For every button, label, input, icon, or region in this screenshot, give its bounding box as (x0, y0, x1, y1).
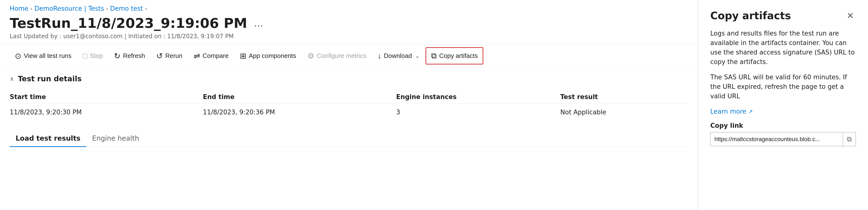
collapse-icon[interactable]: ∧ (10, 75, 14, 82)
breadcrumb: Home › DemoResource | Tests › Demo test … (0, 0, 698, 15)
title-area: TestRun_11/8/2023_9:19:06 PM ... Last Up… (0, 15, 698, 45)
rerun-label: Rerun (165, 52, 183, 60)
copy-artifacts-label: Copy artifacts (439, 52, 478, 60)
learn-more-label: Learn more (710, 108, 746, 115)
breadcrumb-demoresource[interactable]: DemoResource | Tests (34, 5, 104, 12)
cell-end-time: 11/8/2023, 9:20:36 PM (203, 104, 396, 121)
app-components-icon: ⊞ (240, 51, 246, 60)
stop-button[interactable]: □ Stop (78, 48, 108, 64)
col-engine-instances: Engine instances (396, 90, 560, 104)
refresh-button[interactable]: ↻ Refresh (109, 48, 150, 64)
description-paragraph-2: The SAS URL will be valid for 60 minutes… (710, 73, 856, 101)
compare-label: Compare (203, 52, 229, 60)
configure-metrics-button[interactable]: ⚙ Configure metrics (302, 48, 372, 64)
tab-engine-health[interactable]: Engine health (86, 130, 145, 147)
stop-icon: □ (83, 51, 87, 60)
refresh-label: Refresh (123, 52, 145, 60)
side-panel-title: Copy artifacts (710, 10, 791, 22)
view-all-runs-label: View all test runs (24, 52, 71, 60)
close-icon: ✕ (847, 11, 854, 21)
breadcrumb-sep-1: › (30, 6, 33, 12)
download-button[interactable]: ↓ Download ⌄ (373, 48, 425, 64)
configure-metrics-label: Configure metrics (317, 52, 367, 60)
side-panel-description: Logs and results files for the test run … (710, 29, 856, 101)
toolbar: ⊙ View all test runs □ Stop ↻ Refresh ↺ … (0, 45, 698, 67)
col-test-result: Test result (560, 90, 688, 104)
compare-button[interactable]: ⇌ Compare (189, 48, 234, 64)
cell-start-time: 11/8/2023, 9:20:30 PM (10, 104, 203, 121)
details-table: Start time End time Engine instances Tes… (10, 90, 688, 121)
view-all-icon: ⊙ (15, 51, 21, 60)
copy-icon: ⧉ (847, 135, 852, 143)
rerun-button[interactable]: ↺ Rerun (151, 48, 188, 64)
copy-link-label: Copy link (710, 122, 856, 129)
app-components-button[interactable]: ⊞ App components (235, 48, 301, 64)
tabs: Load test results Engine health (10, 130, 688, 147)
breadcrumb-demotest[interactable]: Demo test (110, 5, 143, 12)
page-title: TestRun_11/8/2023_9:19:06 PM (10, 15, 247, 31)
cell-test-result: Not Applicable (560, 104, 688, 121)
breadcrumb-sep-3: › (145, 6, 147, 12)
page-subtitle: Last Updated by : user1@contoso.com | In… (10, 33, 688, 40)
content-area: ∧ Test run details Start time End time E… (0, 67, 698, 154)
configure-metrics-icon: ⚙ (307, 51, 314, 60)
copy-link-copy-button[interactable]: ⧉ (843, 133, 856, 146)
download-icon: ↓ (378, 51, 381, 60)
refresh-icon: ↻ (114, 51, 121, 60)
side-panel-close-button[interactable]: ✕ (845, 10, 856, 22)
copy-link-input[interactable] (711, 132, 843, 146)
download-label: Download (384, 52, 412, 60)
side-panel: Copy artifacts ✕ Logs and results files … (698, 0, 868, 210)
copy-artifacts-button[interactable]: ⧉ Copy artifacts (426, 47, 483, 64)
section-title: Test run details (18, 75, 82, 83)
table-row: 11/8/2023, 9:20:30 PM 11/8/2023, 9:20:36… (10, 104, 688, 121)
breadcrumb-sep-2: › (106, 6, 108, 12)
external-link-icon: ↗ (748, 108, 752, 114)
view-all-runs-button[interactable]: ⊙ View all test runs (10, 48, 76, 64)
side-panel-header: Copy artifacts ✕ (710, 10, 856, 22)
copy-artifacts-icon: ⧉ (431, 51, 437, 60)
app-components-label: App components (249, 52, 296, 60)
stop-label: Stop (90, 52, 103, 60)
rerun-icon: ↺ (156, 51, 163, 60)
col-end-time: End time (203, 90, 396, 104)
description-paragraph-1: Logs and results files for the test run … (710, 29, 856, 67)
copy-link-section: Copy link ⧉ (710, 122, 856, 146)
learn-more-link[interactable]: Learn more ↗ (710, 108, 856, 115)
tab-load-test-results[interactable]: Load test results (10, 130, 86, 147)
cell-engine-instances: 3 (396, 104, 560, 121)
more-button[interactable]: ... (251, 17, 266, 30)
section-header: ∧ Test run details (10, 75, 688, 83)
tabs-container: Load test results Engine health (10, 130, 688, 147)
compare-icon: ⇌ (194, 51, 200, 60)
breadcrumb-home[interactable]: Home (10, 5, 28, 12)
download-chevron-icon: ⌄ (415, 53, 420, 59)
col-start-time: Start time (10, 90, 203, 104)
copy-link-input-row: ⧉ (710, 132, 856, 146)
